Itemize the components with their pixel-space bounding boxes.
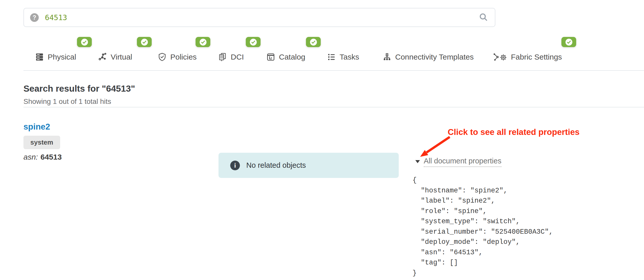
nav-item-virtual[interactable]: Virtual — [98, 50, 132, 64]
check-icon — [565, 39, 572, 46]
info-icon: i — [230, 161, 240, 170]
divider — [23, 70, 644, 71]
nav-item-label: Catalog — [279, 53, 305, 61]
global-search-bar: ? — [23, 8, 495, 27]
search-input[interactable] — [45, 13, 479, 22]
nav-item-label: Tasks — [340, 53, 359, 61]
nav-item-label: Fabric Settings — [511, 53, 562, 61]
nav-item-label: Connectivity Templates — [395, 53, 474, 61]
nav-item-label: Virtual — [111, 53, 132, 61]
nav-item-policies[interactable]: Policies — [158, 50, 197, 64]
share-gear-icon — [493, 52, 507, 62]
status-check-badge-fabric-settings — [561, 37, 576, 47]
results-count-text: Showing 1 out of 1 total hits — [23, 97, 111, 106]
result-asn-field: asn:64513 — [23, 153, 62, 161]
check-icon — [250, 39, 257, 46]
check-icon — [141, 39, 148, 46]
collapse-caret-icon[interactable] — [415, 160, 420, 163]
nav-item-label: Policies — [170, 53, 197, 61]
status-check-badge-dci — [246, 37, 261, 47]
result-type-badge: system — [23, 136, 60, 149]
status-check-badge-catalog — [306, 37, 321, 47]
asn-field-value: 64513 — [41, 153, 62, 161]
check-icon — [310, 39, 317, 46]
nav-item-connectivity-templates[interactable]: Connectivity Templates — [382, 50, 474, 64]
network-molecule-icon — [98, 52, 107, 62]
result-link-spine2[interactable]: spine2 — [23, 122, 50, 132]
check-icon — [81, 39, 88, 46]
magnifier-icon[interactable] — [479, 12, 488, 23]
divider — [23, 107, 644, 107]
nav-item-catalog[interactable]: Catalog — [266, 50, 305, 64]
nav-item-label: Physical — [48, 53, 76, 61]
catalog-card-icon — [266, 52, 275, 62]
status-check-badge-policies — [196, 37, 210, 47]
nav-item-label: DCI — [231, 53, 244, 61]
info-message: No related objects — [246, 161, 306, 170]
servers-icon — [35, 52, 44, 62]
datacenter-buildings-icon — [218, 52, 227, 62]
nav-item-physical[interactable]: Physical — [35, 50, 76, 64]
search-results-page: { "search": { "value": "64513", "help_ic… — [0, 0, 644, 280]
no-related-objects-box: i No related objects — [218, 153, 399, 178]
page-title: Search results for "64513" — [23, 83, 135, 94]
search-help-icon[interactable]: ? — [30, 13, 39, 22]
check-icon — [200, 39, 207, 46]
status-check-badge-virtual — [137, 37, 152, 47]
shield-check-icon — [158, 52, 167, 62]
status-check-badge-physical — [77, 37, 92, 47]
all-document-properties-toggle[interactable]: All document properties — [424, 157, 501, 167]
task-list-icon — [327, 52, 336, 62]
nav-item-dci[interactable]: DCI — [218, 50, 244, 64]
hierarchy-icon — [382, 52, 392, 62]
nav-item-tasks[interactable]: Tasks — [327, 50, 359, 64]
asn-field-label: asn: — [23, 153, 38, 161]
nav-item-fabric-settings[interactable]: Fabric Settings — [493, 50, 562, 64]
document-properties-json: { "hostname": "spine2", "label": "spine2… — [413, 175, 553, 278]
